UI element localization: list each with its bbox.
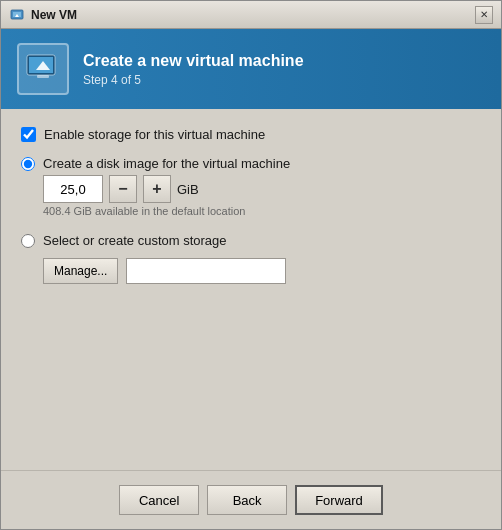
back-button[interactable]: Back (207, 485, 287, 515)
radio-section: Create a disk image for the virtual mach… (21, 156, 481, 284)
manage-row: Manage... (43, 258, 481, 284)
create-disk-label[interactable]: Create a disk image for the virtual mach… (43, 156, 290, 171)
vm-icon (17, 43, 69, 95)
enable-storage-checkbox[interactable] (21, 127, 36, 142)
content-area: Enable storage for this virtual machine … (1, 109, 501, 470)
header-title: Create a new virtual machine (83, 52, 304, 70)
manage-button[interactable]: Manage... (43, 258, 118, 284)
header: Create a new virtual machine Step 4 of 5 (1, 29, 501, 109)
window: New VM ✕ Create a new virtual machine St… (0, 0, 502, 530)
custom-storage-radio[interactable] (21, 234, 35, 248)
increase-size-button[interactable]: + (143, 175, 171, 203)
available-space-text: 408.4 GiB available in the default locat… (43, 205, 481, 217)
header-text-block: Create a new virtual machine Step 4 of 5 (83, 52, 304, 87)
disk-size-row: − + GiB (43, 175, 481, 203)
forward-button[interactable]: Forward (295, 485, 383, 515)
disk-size-input[interactable] (43, 175, 103, 203)
decrease-size-button[interactable]: − (109, 175, 137, 203)
enable-storage-label[interactable]: Enable storage for this virtual machine (44, 127, 265, 142)
storage-path-input[interactable] (126, 258, 286, 284)
create-disk-option: Create a disk image for the virtual mach… (21, 156, 481, 217)
window-title: New VM (31, 8, 475, 22)
custom-storage-label[interactable]: Select or create custom storage (43, 233, 227, 248)
window-icon (9, 7, 25, 23)
header-subtitle: Step 4 of 5 (83, 73, 304, 87)
titlebar: New VM ✕ (1, 1, 501, 29)
enable-storage-row: Enable storage for this virtual machine (21, 127, 481, 142)
svg-rect-6 (37, 75, 49, 78)
size-unit-label: GiB (177, 182, 199, 197)
create-disk-radio-row: Create a disk image for the virtual mach… (21, 156, 481, 171)
footer: Cancel Back Forward (1, 470, 501, 529)
close-button[interactable]: ✕ (475, 6, 493, 24)
cancel-button[interactable]: Cancel (119, 485, 199, 515)
create-disk-radio[interactable] (21, 157, 35, 171)
custom-storage-option: Select or create custom storage Manage..… (21, 233, 481, 284)
custom-storage-radio-row: Select or create custom storage (21, 233, 481, 248)
